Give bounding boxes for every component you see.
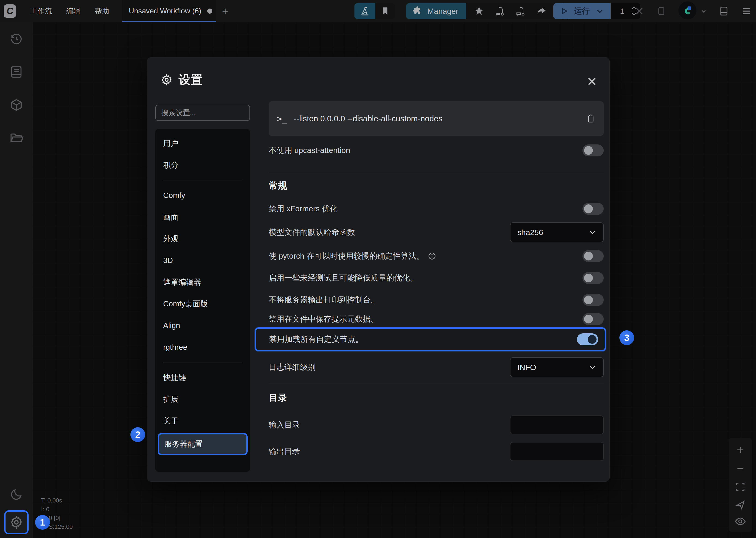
new-tab-button[interactable]: +	[222, 6, 228, 16]
stat-iterations: I: 0	[41, 505, 73, 513]
zoom-out-button[interactable]: −	[737, 462, 744, 474]
input-directory-field[interactable]	[510, 415, 604, 434]
stop-queue-icon[interactable]	[656, 6, 667, 16]
chevron-down-icon[interactable]	[596, 7, 604, 15]
nav-divider	[163, 362, 242, 362]
nav-item-credits[interactable]: 积分	[155, 154, 250, 176]
setting-label: 输入目录	[269, 420, 300, 430]
tutorial-step-3-badge: 3	[620, 330, 634, 345]
setting-label: 输出目录	[269, 446, 300, 457]
setting-row: 不使用 upcast-attention	[269, 139, 604, 161]
menu-help[interactable]: 帮助	[95, 6, 109, 16]
setting-row: 不将服务器输出打印到控制台。	[269, 289, 604, 311]
hash-function-select[interactable]: sha256	[510, 222, 604, 242]
theme-moon-icon[interactable]	[10, 488, 23, 501]
avatar-chevron-icon[interactable]	[701, 8, 707, 14]
share-arrow-icon[interactable]	[536, 6, 547, 16]
toggle-knob	[584, 296, 593, 304]
setting-row: 日志详细级别 INFO	[269, 354, 604, 380]
toggle-disable-metadata[interactable]	[582, 313, 604, 325]
setting-label: 日志详细级别	[269, 362, 316, 373]
nav-item-rgthree[interactable]: rgthree	[155, 336, 250, 358]
setting-label: 不使用 upcast-attention	[269, 145, 350, 156]
nav-item-3d[interactable]: 3D	[155, 250, 250, 271]
gear-icon	[10, 515, 23, 529]
menu-workflow[interactable]: 工作流	[30, 6, 52, 16]
info-icon[interactable]	[428, 252, 436, 260]
nav-item-canvas[interactable]: 画面	[155, 206, 250, 228]
setting-label: 禁用 xFormers 优化	[269, 203, 337, 214]
toggle-visibility-eye-icon[interactable]	[734, 517, 746, 526]
toggle-upcast-attention[interactable]	[582, 144, 604, 156]
highlighted-setting-row: 禁用加载所有自定义节点。	[255, 327, 606, 351]
gear-icon	[161, 74, 173, 86]
user-avatar[interactable]	[678, 1, 696, 19]
setting-label: 使 pytorch 在可以时使用较慢的确定性算法。	[269, 251, 436, 261]
toggle-fast-optimizations[interactable]	[582, 272, 604, 284]
toggle-knob	[584, 252, 593, 260]
toggle-knob	[588, 335, 597, 344]
toggle-dont-print-server[interactable]	[582, 294, 604, 306]
left-sidebar-rail	[0, 22, 33, 538]
nav-item-server-config[interactable]: 服务器配置	[158, 433, 247, 455]
setting-row: 禁用在文件中保存提示元数据。	[269, 311, 604, 327]
toggle-knob	[584, 146, 593, 155]
node-library-cube-icon[interactable]	[9, 98, 24, 112]
vacuum-icon[interactable]	[515, 6, 526, 16]
queue-history-icon[interactable]	[9, 32, 24, 46]
nav-item-comfy-desktop[interactable]: Comfy桌面版	[155, 293, 250, 315]
tutorial-step-1-badge: 1	[35, 515, 50, 530]
setting-label: 模型文件的默认哈希函数	[269, 227, 355, 238]
setting-label: 禁用加载所有自定义节点。	[269, 334, 363, 345]
setting-label: 不将服务器输出打印到控制台。	[269, 295, 378, 305]
workflow-gallery-button[interactable]	[354, 3, 375, 19]
comfyui-logo[interactable]: C	[4, 4, 16, 18]
toggle-deterministic[interactable]	[582, 250, 604, 262]
star-icon[interactable]	[474, 6, 484, 16]
setting-label: 启用一些未经测试且可能降低质量的优化。	[269, 273, 418, 283]
run-button[interactable]: 运行	[553, 3, 611, 19]
copy-icon[interactable]	[586, 114, 595, 124]
toggle-disable-xformers[interactable]	[582, 203, 604, 215]
settings-search-input[interactable]	[161, 109, 253, 117]
menu-edit[interactable]: 编辑	[66, 6, 81, 16]
settings-search[interactable]	[155, 105, 250, 121]
nav-item-user[interactable]: 用户	[155, 133, 250, 154]
settings-button[interactable]	[4, 510, 28, 534]
canvas-zoom-toolbar: + −	[729, 438, 752, 532]
top-bar: C 工作流 编辑 帮助 Unsaved Workflow (6) + Manag…	[0, 0, 756, 22]
hamburger-menu-icon[interactable]	[741, 6, 752, 16]
cancel-run-icon[interactable]	[634, 6, 644, 16]
settings-dialog-header: 设置	[161, 72, 203, 88]
nav-item-extension[interactable]: 扩展	[155, 388, 250, 410]
workflows-book-icon[interactable]	[10, 65, 23, 79]
vacuum-icon[interactable]	[494, 6, 505, 16]
nav-item-about[interactable]: 关于	[155, 410, 250, 432]
nav-item-mask-editor[interactable]: 遮罩编辑器	[155, 271, 250, 293]
open-folder-icon[interactable]	[9, 131, 24, 145]
fit-view-icon[interactable]	[735, 481, 746, 492]
nav-item-keybinding[interactable]: 快捷键	[155, 367, 250, 388]
toggle-disable-all-custom-nodes[interactable]	[577, 333, 598, 346]
comfy-avatar-icon	[682, 5, 693, 16]
setting-row: 禁用 xFormers 优化	[269, 198, 604, 220]
settings-content: >_ --listen 0.0.0.0 --disable-all-custom…	[269, 57, 604, 482]
terminal-prompt-icon: >_	[277, 114, 287, 124]
nav-item-align[interactable]: Align	[155, 315, 250, 336]
section-title-general: 常规	[269, 179, 287, 192]
zoom-in-button[interactable]: +	[737, 444, 744, 456]
bookmark-button[interactable]	[375, 3, 395, 19]
select-cursor-icon[interactable]	[735, 499, 746, 510]
log-level-value: INFO	[517, 363, 588, 372]
bottom-panel-toggle-icon[interactable]	[719, 6, 729, 16]
batch-count-value: 1	[618, 7, 627, 16]
nav-item-comfy[interactable]: Comfy	[155, 185, 250, 206]
manager-button[interactable]: Manager	[406, 3, 466, 19]
server-args-bar: >_ --listen 0.0.0.0 --disable-all-custom…	[269, 101, 604, 136]
setting-label-text: 使 pytorch 在可以时使用较慢的确定性算法。	[269, 251, 424, 261]
log-level-select[interactable]: INFO	[510, 357, 604, 377]
nav-divider	[163, 180, 242, 181]
workflow-tab[interactable]: Unsaved Workflow (6)	[122, 0, 216, 22]
nav-item-appearance[interactable]: 外观	[155, 228, 250, 250]
output-directory-field[interactable]	[510, 442, 604, 461]
